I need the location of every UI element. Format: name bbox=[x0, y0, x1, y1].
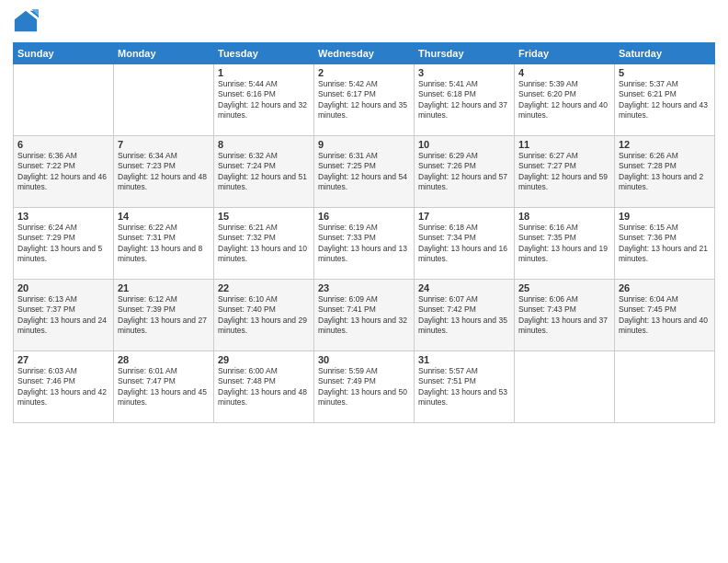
calendar-cell bbox=[14, 64, 114, 136]
calendar-cell bbox=[515, 351, 615, 423]
calendar-cell bbox=[114, 64, 214, 136]
calendar-cell bbox=[615, 351, 715, 423]
day-number: 3 bbox=[418, 67, 510, 78]
calendar-cell: 16Sunrise: 6:19 AMSunset: 7:33 PMDayligh… bbox=[314, 208, 415, 280]
day-number: 8 bbox=[218, 139, 310, 150]
calendar-cell: 7Sunrise: 6:34 AMSunset: 7:23 PMDaylight… bbox=[114, 136, 214, 208]
day-number: 28 bbox=[118, 354, 210, 365]
calendar-cell: 31Sunrise: 5:57 AMSunset: 7:51 PMDayligh… bbox=[415, 351, 515, 423]
day-number: 24 bbox=[418, 282, 510, 293]
calendar-week-row: 6Sunrise: 6:36 AMSunset: 7:22 PMDaylight… bbox=[14, 136, 715, 208]
calendar-cell: 6Sunrise: 6:36 AMSunset: 7:22 PMDaylight… bbox=[14, 136, 114, 208]
calendar-cell: 2Sunrise: 5:42 AMSunset: 6:17 PMDaylight… bbox=[314, 64, 415, 136]
day-detail: Sunrise: 6:24 AMSunset: 7:29 PMDaylight:… bbox=[17, 223, 109, 265]
day-number: 13 bbox=[17, 211, 109, 222]
day-number: 16 bbox=[318, 211, 410, 222]
calendar-cell: 9Sunrise: 6:31 AMSunset: 7:25 PMDaylight… bbox=[314, 136, 415, 208]
calendar-cell: 15Sunrise: 6:21 AMSunset: 7:32 PMDayligh… bbox=[214, 208, 314, 280]
logo-icon bbox=[13, 9, 39, 35]
page-header bbox=[13, 9, 715, 35]
calendar-cell: 20Sunrise: 6:13 AMSunset: 7:37 PMDayligh… bbox=[14, 280, 114, 351]
day-detail: Sunrise: 5:41 AMSunset: 6:18 PMDaylight:… bbox=[418, 79, 510, 121]
day-detail: Sunrise: 6:21 AMSunset: 7:32 PMDaylight:… bbox=[218, 223, 310, 265]
day-detail: Sunrise: 5:37 AMSunset: 6:21 PMDaylight:… bbox=[619, 79, 711, 121]
col-header-sunday: Sunday bbox=[14, 43, 114, 64]
day-number: 14 bbox=[118, 211, 210, 222]
day-detail: Sunrise: 6:16 AMSunset: 7:35 PMDaylight:… bbox=[518, 223, 610, 265]
calendar-cell: 19Sunrise: 6:15 AMSunset: 7:36 PMDayligh… bbox=[615, 208, 715, 280]
day-detail: Sunrise: 6:01 AMSunset: 7:47 PMDaylight:… bbox=[118, 366, 210, 408]
col-header-friday: Friday bbox=[515, 43, 615, 64]
day-detail: Sunrise: 6:31 AMSunset: 7:25 PMDaylight:… bbox=[318, 151, 410, 193]
day-number: 15 bbox=[218, 211, 310, 222]
day-detail: Sunrise: 6:29 AMSunset: 7:26 PMDaylight:… bbox=[418, 151, 510, 193]
day-detail: Sunrise: 6:15 AMSunset: 7:36 PMDaylight:… bbox=[619, 223, 711, 265]
day-detail: Sunrise: 6:04 AMSunset: 7:45 PMDaylight:… bbox=[619, 294, 711, 337]
calendar-cell: 22Sunrise: 6:10 AMSunset: 7:40 PMDayligh… bbox=[214, 280, 314, 351]
day-detail: Sunrise: 6:32 AMSunset: 7:24 PMDaylight:… bbox=[218, 151, 310, 193]
calendar-week-row: 20Sunrise: 6:13 AMSunset: 7:37 PMDayligh… bbox=[14, 280, 715, 351]
day-detail: Sunrise: 6:06 AMSunset: 7:43 PMDaylight:… bbox=[518, 294, 610, 337]
logo bbox=[13, 9, 42, 35]
day-number: 5 bbox=[619, 67, 711, 78]
calendar-cell: 17Sunrise: 6:18 AMSunset: 7:34 PMDayligh… bbox=[415, 208, 515, 280]
day-number: 20 bbox=[17, 282, 109, 293]
day-number: 23 bbox=[318, 282, 410, 293]
col-header-wednesday: Wednesday bbox=[314, 43, 415, 64]
day-detail: Sunrise: 6:03 AMSunset: 7:46 PMDaylight:… bbox=[17, 366, 109, 408]
calendar-week-row: 27Sunrise: 6:03 AMSunset: 7:46 PMDayligh… bbox=[14, 351, 715, 423]
day-detail: Sunrise: 5:57 AMSunset: 7:51 PMDaylight:… bbox=[418, 366, 510, 408]
calendar-cell: 10Sunrise: 6:29 AMSunset: 7:26 PMDayligh… bbox=[415, 136, 515, 208]
svg-marker-0 bbox=[15, 11, 37, 31]
day-number: 6 bbox=[17, 139, 109, 150]
calendar-cell: 11Sunrise: 6:27 AMSunset: 7:27 PMDayligh… bbox=[515, 136, 615, 208]
day-number: 19 bbox=[619, 211, 711, 222]
day-number: 7 bbox=[118, 139, 210, 150]
col-header-monday: Monday bbox=[114, 43, 214, 64]
day-number: 26 bbox=[619, 282, 711, 293]
day-number: 17 bbox=[418, 211, 510, 222]
day-detail: Sunrise: 5:59 AMSunset: 7:49 PMDaylight:… bbox=[318, 366, 410, 408]
calendar-cell: 8Sunrise: 6:32 AMSunset: 7:24 PMDaylight… bbox=[214, 136, 314, 208]
calendar-table: SundayMondayTuesdayWednesdayThursdayFrid… bbox=[13, 42, 715, 423]
calendar-cell: 4Sunrise: 5:39 AMSunset: 6:20 PMDaylight… bbox=[515, 64, 615, 136]
calendar-cell: 12Sunrise: 6:26 AMSunset: 7:28 PMDayligh… bbox=[615, 136, 715, 208]
day-number: 1 bbox=[218, 67, 310, 78]
calendar-cell: 18Sunrise: 6:16 AMSunset: 7:35 PMDayligh… bbox=[515, 208, 615, 280]
calendar-cell: 26Sunrise: 6:04 AMSunset: 7:45 PMDayligh… bbox=[615, 280, 715, 351]
day-number: 18 bbox=[518, 211, 610, 222]
day-detail: Sunrise: 6:12 AMSunset: 7:39 PMDaylight:… bbox=[118, 294, 210, 337]
day-number: 10 bbox=[418, 139, 510, 150]
day-number: 22 bbox=[218, 282, 310, 293]
calendar-cell: 5Sunrise: 5:37 AMSunset: 6:21 PMDaylight… bbox=[615, 64, 715, 136]
calendar-cell: 13Sunrise: 6:24 AMSunset: 7:29 PMDayligh… bbox=[14, 208, 114, 280]
col-header-tuesday: Tuesday bbox=[214, 43, 314, 64]
calendar-cell: 28Sunrise: 6:01 AMSunset: 7:47 PMDayligh… bbox=[114, 351, 214, 423]
calendar-cell: 23Sunrise: 6:09 AMSunset: 7:41 PMDayligh… bbox=[314, 280, 415, 351]
day-detail: Sunrise: 6:34 AMSunset: 7:23 PMDaylight:… bbox=[118, 151, 210, 193]
day-detail: Sunrise: 6:18 AMSunset: 7:34 PMDaylight:… bbox=[418, 223, 510, 265]
calendar-cell: 14Sunrise: 6:22 AMSunset: 7:31 PMDayligh… bbox=[114, 208, 214, 280]
calendar-cell: 21Sunrise: 6:12 AMSunset: 7:39 PMDayligh… bbox=[114, 280, 214, 351]
day-number: 12 bbox=[619, 139, 711, 150]
calendar-cell: 25Sunrise: 6:06 AMSunset: 7:43 PMDayligh… bbox=[515, 280, 615, 351]
day-number: 27 bbox=[17, 354, 109, 365]
day-detail: Sunrise: 6:09 AMSunset: 7:41 PMDaylight:… bbox=[318, 294, 410, 337]
col-header-thursday: Thursday bbox=[415, 43, 515, 64]
day-detail: Sunrise: 6:13 AMSunset: 7:37 PMDaylight:… bbox=[17, 294, 109, 337]
calendar-header-row: SundayMondayTuesdayWednesdayThursdayFrid… bbox=[14, 43, 715, 64]
calendar-cell: 3Sunrise: 5:41 AMSunset: 6:18 PMDaylight… bbox=[415, 64, 515, 136]
day-number: 9 bbox=[318, 139, 410, 150]
day-detail: Sunrise: 6:27 AMSunset: 7:27 PMDaylight:… bbox=[518, 151, 610, 193]
calendar-cell: 29Sunrise: 6:00 AMSunset: 7:48 PMDayligh… bbox=[214, 351, 314, 423]
day-number: 31 bbox=[418, 354, 510, 365]
day-number: 30 bbox=[318, 354, 410, 365]
day-detail: Sunrise: 6:00 AMSunset: 7:48 PMDaylight:… bbox=[218, 366, 310, 408]
day-detail: Sunrise: 6:19 AMSunset: 7:33 PMDaylight:… bbox=[318, 223, 410, 265]
day-detail: Sunrise: 6:22 AMSunset: 7:31 PMDaylight:… bbox=[118, 223, 210, 265]
day-number: 21 bbox=[118, 282, 210, 293]
day-detail: Sunrise: 6:26 AMSunset: 7:28 PMDaylight:… bbox=[619, 151, 711, 193]
day-detail: Sunrise: 5:44 AMSunset: 6:16 PMDaylight:… bbox=[218, 79, 310, 121]
calendar-week-row: 1Sunrise: 5:44 AMSunset: 6:16 PMDaylight… bbox=[14, 64, 715, 136]
calendar-cell: 24Sunrise: 6:07 AMSunset: 7:42 PMDayligh… bbox=[415, 280, 515, 351]
